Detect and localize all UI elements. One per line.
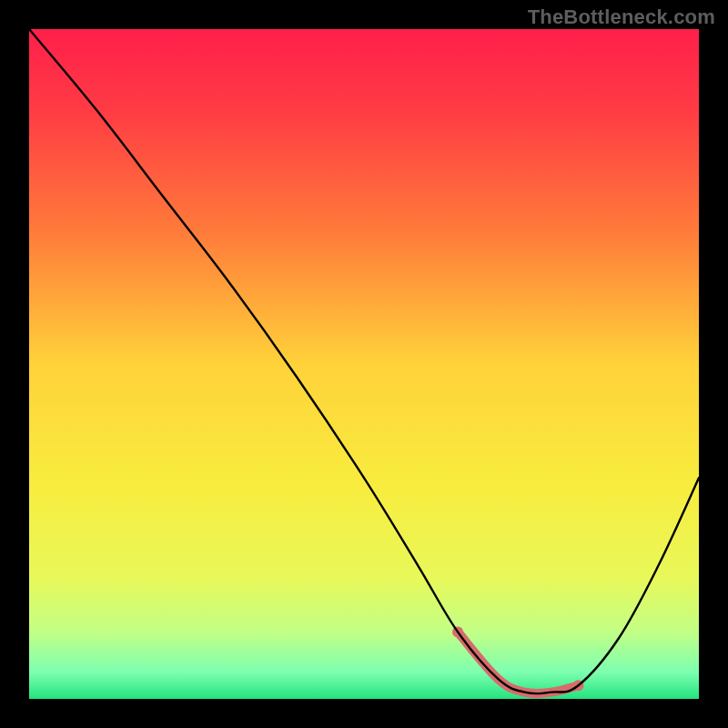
chart-svg: [29, 29, 699, 699]
chart-frame: TheBottleneck.com: [0, 0, 728, 728]
chart-plot: [29, 29, 699, 699]
gradient-bg: [29, 29, 699, 699]
watermark-text: TheBottleneck.com: [528, 5, 715, 29]
